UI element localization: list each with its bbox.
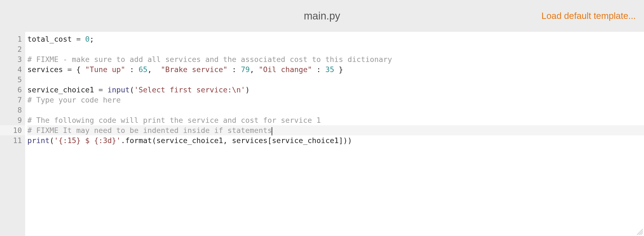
line-number: 8 <box>0 105 25 115</box>
code-line[interactable]: total_cost = 0; <box>27 34 644 44</box>
load-default-template-link[interactable]: Load default template... <box>541 11 636 21</box>
line-number: 3 <box>0 54 25 64</box>
code-line[interactable]: service_choice1 = input('Select first se… <box>27 85 644 95</box>
code-line[interactable]: # Type your code here <box>27 95 644 105</box>
code-line[interactable] <box>27 75 644 85</box>
code-line[interactable]: # The following code will print the serv… <box>27 115 644 125</box>
line-number: 1 <box>0 34 25 44</box>
line-number: 9 <box>0 115 25 125</box>
line-number: 2 <box>0 44 25 54</box>
code-line[interactable]: # FIXME - make sure to add all services … <box>27 54 644 64</box>
line-number: 7 <box>0 95 25 105</box>
file-title: main.py <box>304 10 340 22</box>
code-line[interactable]: print('{:15} $ {:3d}'.format(service_cho… <box>27 135 644 146</box>
code-line[interactable] <box>27 44 644 54</box>
editor-pane: main.py Load default template... 1234567… <box>0 0 644 236</box>
line-number: 5 <box>0 75 25 85</box>
code-line[interactable]: # FIXME It may need to be indented insid… <box>27 125 644 135</box>
resize-handle-icon[interactable] <box>637 229 643 235</box>
text-cursor <box>272 127 272 135</box>
code-line[interactable]: services = { "Tune up" : 65, "Brake serv… <box>27 64 644 75</box>
line-number: 4 <box>0 64 25 75</box>
code-editor[interactable]: 1234567891011 total_cost = 0;# FIXME - m… <box>0 32 644 236</box>
editor-header: main.py Load default template... <box>0 0 644 32</box>
code-line[interactable] <box>27 105 644 115</box>
line-number-gutter: 1234567891011 <box>0 32 25 236</box>
line-number: 10 <box>0 125 25 135</box>
line-number: 6 <box>0 85 25 95</box>
line-number: 11 <box>0 135 25 146</box>
code-area[interactable]: total_cost = 0;# FIXME - make sure to ad… <box>25 32 644 236</box>
